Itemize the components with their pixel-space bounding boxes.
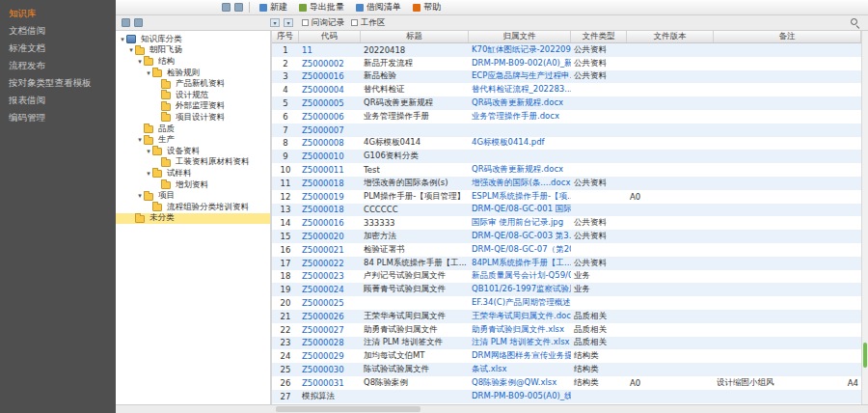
column-header-3[interactable]: 标题: [361, 31, 469, 42]
file-link[interactable]: 4G标模板0414.pdf: [472, 137, 545, 147]
code-link[interactable]: Z5000016: [302, 218, 344, 228]
code-link[interactable]: Z5000026: [302, 312, 344, 321]
vertical-scrollbar[interactable]: [861, 31, 868, 404]
tree-item-13[interactable]: ▾试样料: [116, 168, 270, 179]
file-link[interactable]: 业务管理操作手册.docx: [472, 111, 559, 121]
code-link[interactable]: Z5000030: [302, 365, 344, 374]
horizontal-scrollbar-thumb[interactable]: [276, 406, 420, 412]
file-link[interactable]: 替代料检证流程_202283...: [472, 84, 571, 94]
collapse-arrow-icon[interactable]: ▾: [127, 46, 135, 54]
column-header-4[interactable]: 归属文件: [469, 31, 571, 42]
table-row[interactable]: 27模拟算法DRM-PM-B09-005(A0)_线...: [272, 390, 861, 403]
tree-item-17[interactable]: 未分类: [116, 213, 270, 225]
table-row[interactable]: 22Z5000027助勇青试验归属文件助勇青试验归属文件.xlsx品质相关: [272, 323, 861, 337]
code-link[interactable]: Z5000025: [302, 298, 344, 308]
horizontal-scrollbar[interactable]: [116, 404, 868, 413]
file-link[interactable]: ECP应急品牌与生产过程申...: [472, 70, 571, 80]
table-row[interactable]: 16Z5000021检验证署书DRM-QE/08-GC-07（第200...: [272, 243, 861, 257]
grid-view-icon[interactable]: [222, 3, 231, 12]
file-link[interactable]: DRM-QE/08-GC-001 国际标...: [472, 204, 571, 213]
table-row[interactable]: 4Z5000004替代料检证替代料检证流程_202283...: [272, 83, 861, 96]
file-link[interactable]: DRM-PM-B09-005(A0)_线...: [472, 391, 571, 400]
code-link[interactable]: Z5000031: [302, 378, 344, 388]
column-dropdown-icon[interactable]: ▾: [284, 18, 293, 27]
view-dropdown-icon[interactable]: ▾: [270, 18, 280, 27]
table-row[interactable]: 21Z5000026王荣华考试周归属文件王荣华考试周归属文件.docx品质相关: [272, 310, 861, 323]
collapse-arrow-icon[interactable]: ▾: [136, 136, 144, 144]
file-link[interactable]: QB101/26-1997监察试验属...: [472, 284, 571, 293]
file-link[interactable]: Q8陈验案例@QW.xlsx: [472, 377, 556, 387]
borrow-list-button[interactable]: 借阅清单: [350, 1, 407, 14]
tree-item-8[interactable]: 项目设计资料: [116, 112, 270, 124]
table-row[interactable]: 9Z5000010G106资料分类: [272, 150, 861, 163]
file-link[interactable]: QR码改善更新规程.docx: [472, 164, 563, 174]
code-link[interactable]: Z5000018: [302, 179, 344, 188]
tree-item-11[interactable]: ▾设备资料: [116, 146, 270, 157]
sidebar-item-3[interactable]: 标准文档: [0, 40, 116, 57]
table-row[interactable]: 7Z5000007: [272, 124, 861, 137]
search-icon[interactable]: [850, 17, 860, 28]
table-row[interactable]: 6Z5000006业务管理操作手册业务管理操作手册.docx: [272, 110, 861, 124]
table-row[interactable]: 24Z5000029加均每试文伯MTDRM网络图样务宣传业务提...结构类: [272, 349, 861, 363]
file-link[interactable]: QR码改善更新规程.docx: [472, 97, 563, 107]
tree-item-10[interactable]: ▾生产: [116, 134, 270, 146]
code-link[interactable]: Z5000016: [302, 71, 344, 81]
table-row[interactable]: 19Z5000024顾菁青号试验归属文件QB101/26-1997监察试验属..…: [272, 283, 861, 296]
tree-item-9[interactable]: 品质: [116, 124, 270, 135]
sidebar-item-1[interactable]: 知识库: [0, 5, 116, 22]
help-button[interactable]: 帮助: [407, 1, 447, 14]
file-link[interactable]: DRM网络图样务宣传业务提...: [472, 350, 571, 360]
column-header-2[interactable]: 代码: [299, 31, 361, 42]
workspace-checkbox[interactable]: [351, 19, 358, 26]
code-link[interactable]: Z5000021: [302, 245, 344, 255]
code-link[interactable]: Z5000008: [302, 138, 344, 148]
page-icon[interactable]: [122, 18, 130, 27]
collapse-arrow-icon[interactable]: ▾: [136, 58, 144, 66]
tree-item-1[interactable]: ▾知识库分类: [116, 34, 270, 45]
code-link[interactable]: Z5000010: [302, 151, 344, 161]
sidebar-item-2[interactable]: 文档借阅: [0, 22, 116, 40]
code-link[interactable]: 11: [302, 45, 312, 55]
file-link[interactable]: 增强改善的国际(条....docx: [472, 178, 570, 187]
column-header-7[interactable]: 备注: [714, 31, 861, 42]
file-link[interactable]: 注清 PLM 培训签文件.xlsx: [472, 337, 570, 346]
table-row[interactable]: 15Z5000020加密方法DRM-QE/08-GC-003 第3...公共资料: [272, 230, 861, 243]
table-row[interactable]: 13Z5000018CCCCCCDRM-QE/08-GC-001 国际标...: [272, 204, 861, 217]
code-link[interactable]: Z5000022: [302, 259, 344, 268]
table-row[interactable]: 11Z5000018增强改善的国际条例(s)增强改善的国际(条....docx公…: [272, 177, 861, 190]
table-row[interactable]: 14Z5000016333333国际审 使用前台记录.jpg公共资料: [272, 216, 861, 230]
page-copy-icon[interactable]: [134, 18, 143, 27]
code-link[interactable]: Z5000007: [302, 125, 344, 135]
code-link[interactable]: Z5000018: [302, 205, 344, 214]
table-row[interactable]: 26Z5000031Q8陈验案例Q8陈验案例@QW.xlsx结构类A0设计缩固小…: [272, 376, 861, 390]
file-link[interactable]: 助勇青试验归属文件.xlsx: [472, 324, 564, 334]
file-link[interactable]: DRM-PM-B09-002(A0)_新...: [472, 58, 571, 68]
table-row[interactable]: 8Z50000084G标模板04144G标模板0414.pdf: [272, 137, 861, 151]
code-link[interactable]: Z5000023: [302, 271, 344, 281]
inquiry-record-checkbox[interactable]: [302, 19, 309, 26]
tree-item-15[interactable]: ▾项目: [116, 190, 270, 202]
collapse-arrow-icon[interactable]: ▾: [145, 170, 152, 178]
collapse-arrow-icon[interactable]: ▾: [145, 148, 152, 155]
column-header-6[interactable]: 文件版本: [627, 31, 714, 42]
code-link[interactable]: Z5000028: [302, 338, 344, 347]
code-link[interactable]: Z5000011: [302, 165, 344, 175]
file-link[interactable]: K70缸体图纸记录-20220921...: [472, 44, 571, 54]
file-link[interactable]: ESPLM系统操作手册-【项...: [472, 191, 571, 201]
table-row[interactable]: 3Z5000016新品检验ECP应急品牌与生产过程申...公共资料: [272, 70, 861, 84]
table-row[interactable]: 5Z5000005QR码改善更新规程QR码改善更新规程.docx: [272, 96, 861, 110]
code-link[interactable]: Z5000029: [302, 351, 344, 361]
table-row[interactable]: 2Z5000002新品开发流程DRM-PM-B09-002(A0)_新...公共…: [272, 57, 861, 70]
file-link[interactable]: 84PLM系统操作手册【工...: [472, 258, 571, 267]
tree-item-3[interactable]: ▾结构: [116, 56, 270, 68]
vertical-scrollbar-thumb[interactable]: [863, 343, 867, 368]
table-row[interactable]: 17Z500002284 PLM系统操作手册【工...84PLM系统操作手册【工…: [272, 257, 861, 270]
tree-item-4[interactable]: ▾检验规则: [116, 68, 270, 79]
sidebar-item-6[interactable]: 报表借阅: [0, 92, 116, 109]
file-link[interactable]: EF.34(C)产品周期管理概述和...: [472, 297, 571, 307]
table-row[interactable]: 25Z5000030陈试验试验属文件条试.xlsx结构类: [272, 363, 861, 376]
file-link[interactable]: 条试.xlsx: [472, 364, 507, 373]
code-link[interactable]: Z5000006: [302, 112, 344, 122]
table-row[interactable]: 23Z5000028注清 PLM 培训签文件注清 PLM 培训签文件.xlsx品…: [272, 337, 861, 350]
sidebar-item-7[interactable]: 编码管理: [0, 109, 116, 126]
